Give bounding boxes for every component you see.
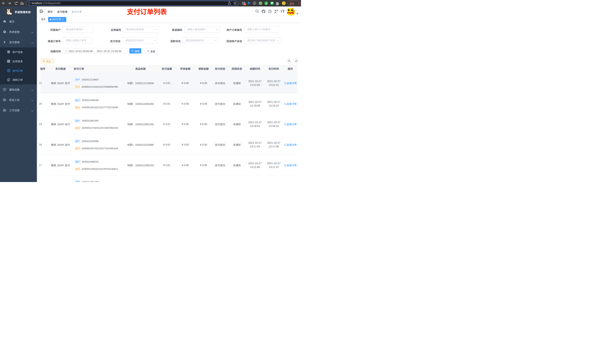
svg-text:T: T bbox=[280, 10, 282, 13]
svg-text:10: 10 bbox=[244, 3, 246, 5]
svg-text:y: y bbox=[266, 2, 267, 5]
svg-text:¥: ¥ bbox=[8, 70, 9, 72]
svg-text:T: T bbox=[282, 9, 285, 13]
svg-text:¥: ¥ bbox=[4, 41, 6, 44]
